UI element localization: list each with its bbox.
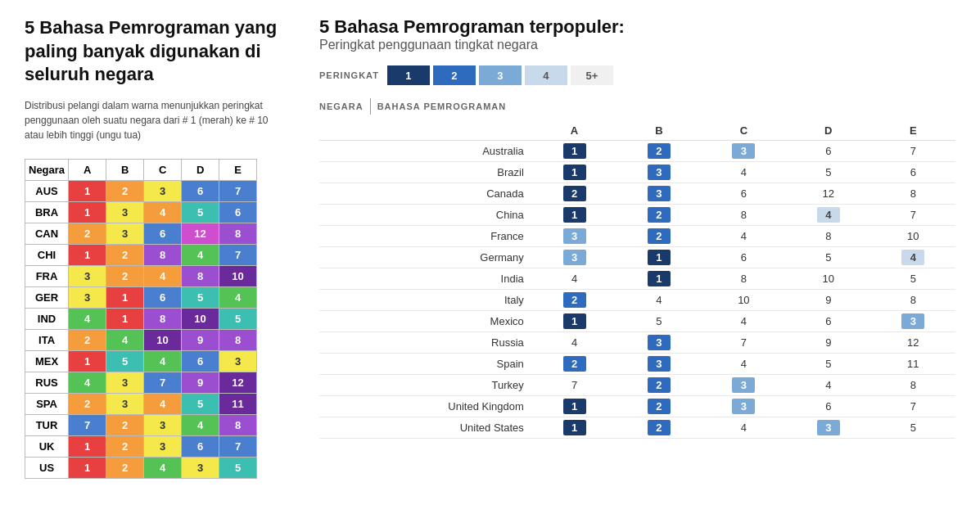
country-name: China [319,205,532,226]
cell-b: 2 [106,265,144,286]
right-cell-d: 5 [786,162,870,183]
cell-b: 2 [106,435,144,457]
country-code: AUS [25,180,69,201]
right-cell-a: 2 [532,290,616,311]
cell-c: 8 [144,308,182,329]
right-cell-d: 8 [786,226,870,247]
legend-rank-4: 4 [525,65,567,85]
col-header-e: E [219,159,257,180]
right-cell-b: 3 [616,332,701,354]
cell-a: 3 [69,286,106,308]
cell-c: 10 [144,329,182,350]
right-cell-c: 8 [702,205,786,226]
country-name: Italy [319,290,532,311]
cell-b: 1 [106,308,144,329]
table-row: MEX15463 [25,350,257,372]
cell-c: 4 [144,393,182,414]
right-cell-b: 4 [616,290,701,311]
right-cell-d: 6 [786,141,870,162]
right-cell-a: 2 [532,183,616,205]
col-header-b: B [106,159,144,180]
table-row: ITA241098 [25,329,257,350]
table-row: BRA13456 [25,201,257,223]
table-row: TUR72348 [25,414,257,435]
cell-c: 4 [144,350,182,372]
country-name: Brazil [319,162,532,183]
country-name: United Kingdom [319,396,532,417]
right-cell-e: 7 [871,396,955,417]
right-cell-d: 4 [786,205,870,226]
table-row: Germany31654 [319,247,955,268]
cell-e: 3 [219,350,257,372]
table-row: CAN236128 [25,223,257,244]
right-cell-a: 3 [532,247,616,268]
right-cell-c: 4 [702,226,786,247]
country-code: CHI [25,244,69,265]
right-cell-d: 12 [786,183,870,205]
right-col-country [319,121,532,141]
cell-d: 6 [182,180,219,201]
table-row: GER31654 [25,286,257,308]
cell-a: 4 [69,372,106,393]
country-name: Canada [319,183,532,205]
right-cell-c: 6 [702,247,786,268]
cell-e: 7 [219,435,257,457]
table-section-header: NEGARA BAHASA PEMROGRAMAN [319,98,955,115]
country-name: Mexico [319,311,532,332]
table-row: Brazil13456 [319,162,955,183]
cell-a: 4 [69,308,106,329]
table-row: FRA324810 [25,265,257,286]
right-cell-b: 3 [616,354,701,375]
table-row: United Kingdom12367 [319,396,955,417]
cell-d: 6 [182,350,219,372]
right-cell-d: 9 [786,290,870,311]
table-row: SPA234511 [25,393,257,414]
cell-a: 1 [69,435,106,457]
cell-a: 3 [69,265,106,286]
cell-d: 9 [182,372,219,393]
right-cell-b: 2 [616,375,701,396]
cell-b: 2 [106,180,144,201]
cell-b: 3 [106,393,144,414]
right-cell-d: 5 [786,354,870,375]
cell-b: 3 [106,201,144,223]
right-cell-a: 1 [532,311,616,332]
cell-c: 6 [144,223,182,244]
country-name: France [319,226,532,247]
cell-d: 4 [182,244,219,265]
cell-d: 5 [182,393,219,414]
legend-rank-3: 3 [479,65,522,85]
col-header-negara: Negara [25,159,69,180]
right-col-b: B [616,121,701,141]
table-row: CHI12847 [25,244,257,265]
right-panel: 5 Bahasa Pemrograman terpopuler: Peringk… [319,16,955,498]
right-cell-e: 5 [871,268,955,290]
right-col-a: A [532,121,616,141]
table-row: Australia12367 [319,141,955,162]
cell-a: 1 [69,201,106,223]
cell-d: 6 [182,435,219,457]
table-row: China12847 [319,205,955,226]
right-cell-e: 3 [871,311,955,332]
cell-d: 5 [182,286,219,308]
cell-e: 5 [219,457,257,478]
country-code: SPA [25,393,69,414]
country-name: United States [319,417,532,439]
cell-e: 4 [219,286,257,308]
right-cell-b: 1 [616,247,701,268]
country-code: GER [25,286,69,308]
negara-label: NEGARA [319,101,364,111]
cell-b: 3 [106,372,144,393]
cell-c: 3 [144,414,182,435]
cell-a: 2 [69,329,106,350]
right-cell-d: 6 [786,311,870,332]
right-cell-c: 8 [702,268,786,290]
right-cell-e: 8 [871,375,955,396]
right-cell-a: 4 [532,332,616,354]
left-table: Negara A B C D E AUS12367BRA13456CAN2361… [25,159,257,479]
right-cell-b: 2 [616,226,701,247]
legend-label: PERINGKAT [319,70,379,80]
right-title: 5 Bahasa Pemrograman terpopuler: [319,16,955,38]
country-code: TUR [25,414,69,435]
right-cell-c: 3 [702,396,786,417]
